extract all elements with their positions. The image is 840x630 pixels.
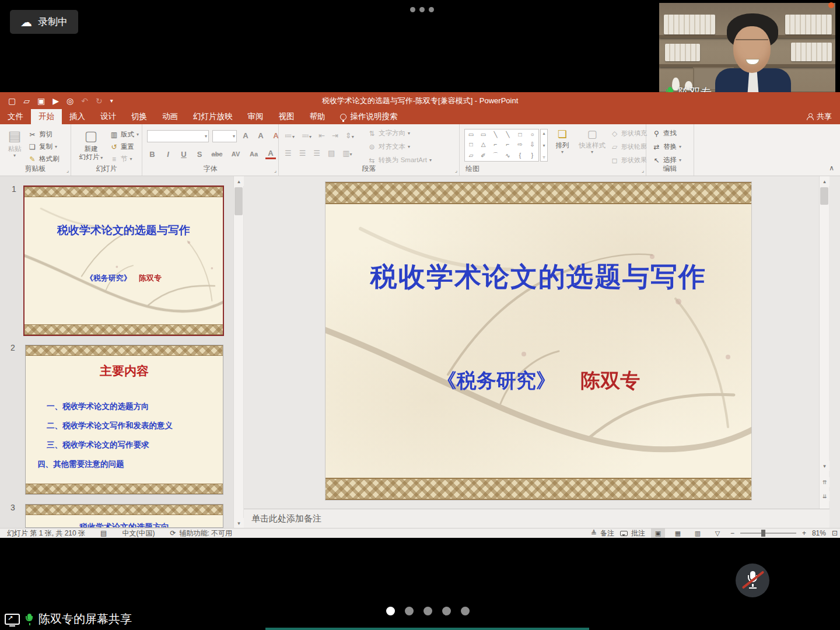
shape-fill-button[interactable]: ◇ 形状填充 — [610, 129, 647, 138]
dot-active[interactable] — [386, 607, 395, 615]
tab-review[interactable]: 审阅 — [240, 109, 271, 124]
thumbnail-slide-2[interactable]: 主要内容 一、税收学术论文的选题方向 二、税收学术论文写作和发表的意义 三、税收… — [25, 345, 223, 495]
zoom-slider[interactable] — [740, 533, 796, 534]
line-spacing-icon[interactable]: ⇕▾ — [345, 131, 354, 140]
cut-button[interactable]: ✂ 剪切 — [28, 130, 52, 139]
font-color-button[interactable]: A — [265, 149, 276, 159]
quick-styles-button[interactable]: ▢ 快速样式 ▾ — [575, 129, 609, 155]
tab-design[interactable]: 设计 — [93, 109, 124, 124]
collapse-ribbon-icon[interactable]: ∧ — [829, 164, 834, 172]
numbering-icon[interactable]: ≕▾ — [302, 131, 312, 140]
tab-insert[interactable]: 插入 — [62, 109, 93, 124]
align-left-icon[interactable]: ☰ — [285, 149, 292, 158]
dot[interactable] — [442, 607, 451, 615]
zoom-percentage[interactable]: 81% — [812, 529, 826, 537]
slideshow-view-button[interactable]: ▽ — [710, 528, 724, 538]
scroll-up-icon[interactable]: ▴ — [820, 176, 830, 186]
copy-button[interactable]: ❏ 复制 ▾ — [28, 142, 57, 151]
notes-toggle-button[interactable]: ≜ 备注 — [591, 528, 614, 538]
dialog-launcher-icon[interactable]: ⌟ — [66, 167, 69, 173]
accessibility-status[interactable]: ⟳ 辅助功能: 不可用 — [170, 528, 232, 538]
increase-indent-icon[interactable]: ⇥ — [332, 131, 338, 140]
scroll-down-icon[interactable]: ▾ — [820, 461, 830, 471]
slide-counter[interactable]: 幻灯片 第 1 张, 共 210 张 — [7, 528, 85, 538]
tab-view[interactable]: 视图 — [271, 109, 302, 124]
thumbnail-slide-1[interactable]: 税收学术论文的选题与写作 《税务研究》 陈双专 — [23, 186, 224, 336]
fit-to-window-icon[interactable]: ⊡ — [832, 529, 838, 537]
thumbnail-slide-3[interactable]: 税收学术论文的选题方向 — [25, 504, 223, 528]
format-painter-button[interactable]: ✎ 格式刷 — [28, 155, 60, 163]
microphone-mute-button[interactable] — [736, 564, 769, 597]
change-case-button[interactable]: Aa — [247, 150, 260, 158]
text-direction-button[interactable]: ⇅ 文字方向 ▾ — [368, 129, 410, 138]
grow-font-icon[interactable]: A — [240, 131, 251, 140]
tell-me-search[interactable]: 操作说明搜索 — [333, 109, 405, 124]
webcam-tile[interactable]: 陈双专 — [659, 3, 835, 105]
replace-button[interactable]: ⇄ 替换 ▾ — [652, 142, 681, 151]
layout-button[interactable]: ▥ 版式 ▾ — [110, 130, 139, 139]
italic-button[interactable]: I — [163, 150, 173, 159]
bullets-icon[interactable]: ≔▾ — [285, 131, 295, 140]
thumbnail-scrollbar[interactable]: ▴ ▾ — [233, 176, 243, 528]
tab-animations[interactable]: 动画 — [155, 109, 186, 124]
previous-slide-icon[interactable]: ⇈ — [820, 477, 830, 487]
tab-home[interactable]: 开始 — [31, 109, 62, 124]
proofing-button[interactable]: ▤ — [100, 529, 107, 537]
editor-scrollbar[interactable]: ▴ ▾ ⇈ ⇊ — [819, 176, 829, 509]
new-slide-button[interactable]: ▢ 新建 幻灯片 ▾ — [77, 129, 105, 162]
align-right-icon[interactable]: ☰ — [313, 149, 320, 158]
dialog-launcher-icon[interactable]: ⌟ — [455, 167, 457, 173]
underline-button[interactable]: U — [178, 150, 189, 159]
window-drag-handle-icon[interactable] — [410, 7, 434, 12]
scrollbar-thumb[interactable] — [820, 187, 828, 205]
next-slide-icon[interactable]: ⇊ — [820, 491, 830, 501]
pagination-dots[interactable] — [386, 607, 470, 615]
columns-icon[interactable]: ▥▾ — [342, 149, 352, 158]
section-button[interactable]: ≡ 节 ▾ — [110, 155, 132, 163]
justify-icon[interactable]: ▤ — [328, 149, 335, 158]
font-name-input[interactable]: ▾ — [147, 130, 209, 142]
slide-canvas[interactable]: 税收学术论文的选题与写作 《税务研究》 陈双专 — [326, 182, 751, 500]
language-indicator[interactable]: 中文(中国) — [122, 528, 155, 538]
reading-view-button[interactable]: ▥ — [691, 528, 705, 538]
dot[interactable] — [461, 607, 470, 615]
shapes-gallery[interactable]: ▭▭╲╲□○ □△⌐⌐⇨⇩ ▱✐⌒∿{} — [464, 129, 539, 162]
tab-slideshow[interactable]: 幻灯片放映 — [186, 109, 240, 124]
shapes-gallery-scroll[interactable]: ▴▾▿ — [540, 129, 548, 162]
paste-button[interactable]: ▤ 粘贴 ▾ — [5, 129, 24, 159]
slide-title-textbox[interactable]: 税收学术论文的选题与写作 — [326, 259, 751, 295]
title-bar[interactable]: ▢ ▱ ▣ ▶ ◎ ↶ ↻ ▾ 税收学术论文的选题与写作-陈双专[兼容模式] -… — [0, 92, 840, 109]
dialog-launcher-icon[interactable]: ⌟ — [642, 167, 644, 173]
zoom-in-icon[interactable]: + — [802, 529, 806, 537]
notes-pane[interactable]: 单击此处添加备注 — [244, 509, 830, 528]
recording-badge[interactable]: ☁ 录制中 — [10, 10, 78, 34]
slide-subtitle-textbox[interactable]: 《税务研究》 陈双专 — [326, 368, 751, 394]
character-spacing-button[interactable]: AV — [229, 150, 242, 158]
align-text-button[interactable]: ⊜ 对齐文本 ▾ — [368, 142, 410, 151]
arrange-button[interactable]: ❏ 排列 ▾ — [551, 129, 574, 155]
comments-toggle-button[interactable]: 批注 — [620, 528, 645, 538]
dialog-launcher-icon[interactable]: ⌟ — [274, 167, 276, 173]
smartart-button[interactable]: ⇆ 转换为 SmartArt ▾ — [368, 156, 432, 164]
select-button[interactable]: ↖ 选择 ▾ — [652, 156, 681, 164]
dot[interactable] — [424, 607, 432, 615]
font-size-input[interactable]: ▾ — [212, 130, 237, 142]
dot[interactable] — [405, 607, 414, 615]
scroll-up-icon[interactable]: ▴ — [234, 176, 244, 186]
zoom-slider-knob[interactable] — [761, 530, 765, 537]
shrink-font-icon[interactable]: A — [256, 131, 266, 140]
tab-help[interactable]: 帮助 — [302, 109, 333, 124]
decrease-indent-icon[interactable]: ⇤ — [318, 131, 325, 140]
find-button[interactable]: ⚲ 查找 — [652, 129, 677, 138]
bold-button[interactable]: B — [147, 150, 158, 159]
shape-effects-button[interactable]: ◻ 形状效果 — [610, 156, 647, 164]
strikethrough-button[interactable]: abc — [210, 150, 224, 158]
zoom-out-icon[interactable]: − — [730, 529, 734, 537]
tab-file[interactable]: 文件 — [0, 109, 31, 124]
scrollbar-thumb[interactable] — [235, 187, 243, 215]
tab-transitions[interactable]: 切换 — [124, 109, 155, 124]
shadow-button[interactable]: S — [194, 150, 205, 159]
normal-view-button[interactable]: ▣ — [651, 528, 665, 538]
shape-outline-button[interactable]: ▱ 形状轮廓 — [610, 142, 647, 151]
share-button[interactable]: 共享 — [806, 109, 832, 124]
